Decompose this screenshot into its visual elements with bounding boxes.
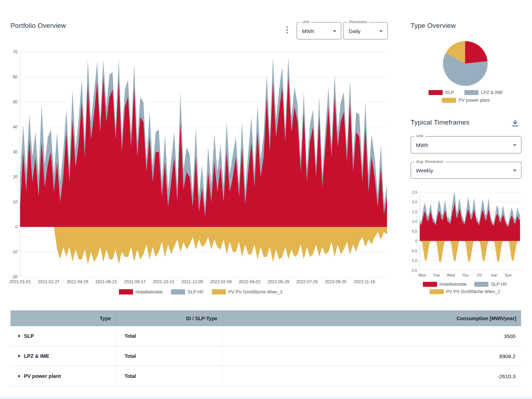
svg-text:Mon: Mon	[418, 273, 426, 277]
portfolio-unit-select-value: MWh	[302, 28, 314, 34]
legend-swatch-slp-h0	[474, 282, 488, 287]
svg-text:2021-10-13: 2021-10-13	[153, 279, 175, 284]
legend-item-pv: PV PV Großfläche Wien_2	[430, 289, 500, 294]
legend-item-hotelbetriebe: Hotelbetriebe	[119, 289, 163, 294]
timeframes-resolution-select-label: Avg. Resolution	[414, 159, 445, 164]
type-overview-pie-chart[interactable]	[443, 41, 488, 86]
svg-text:2022-09-20: 2022-09-20	[325, 279, 347, 284]
chevron-down-icon	[513, 170, 517, 172]
svg-text:-0,5: -0,5	[411, 249, 417, 253]
legend-swatch-slp	[429, 90, 443, 95]
svg-text:2,5: 2,5	[412, 190, 417, 194]
section-title-typical-timeframes: Typical Timeframes	[411, 119, 469, 126]
svg-text:20: 20	[13, 175, 18, 179]
legend-label: SLP H0	[491, 281, 507, 287]
timeframes-resolution-select[interactable]: Avg. Resolution Weekly	[411, 162, 521, 179]
svg-text:1,0: 1,0	[412, 219, 417, 223]
legend-item-pv: PV PV Großfläche Wien_2	[212, 289, 283, 294]
svg-text:2022-02-04: 2022-02-04	[210, 279, 232, 284]
portfolio-unit-select[interactable]: Unit MWh	[297, 22, 341, 39]
svg-text:Sun: Sun	[505, 273, 512, 277]
svg-text:2022-07-25: 2022-07-25	[296, 279, 318, 284]
legend-label: Hotelbetriebe	[439, 281, 467, 287]
legend-swatch-lpz-ime	[464, 90, 479, 95]
table-row-pv-power-plant[interactable]: PV power plant Total -2610.3	[11, 366, 521, 386]
chevron-down-icon	[379, 30, 383, 32]
svg-text:2022-04-02: 2022-04-02	[239, 279, 261, 284]
svg-text:Tue: Tue	[433, 273, 440, 277]
table-row-lpz-ime[interactable]: LPZ & IME Total 8908.2	[11, 346, 521, 366]
legend-swatch-pv	[212, 289, 226, 294]
timeframes-unit-select[interactable]: Unit MWh	[411, 136, 521, 153]
svg-text:0: 0	[415, 239, 417, 243]
typical-timeframes-chart[interactable]: 2,52,01,51,00,50-0,5-1,0-1,5MonTueWedThu…	[405, 189, 523, 283]
row-consumption-value: 3500	[223, 326, 521, 346]
svg-text:2022-05-29: 2022-05-29	[267, 279, 289, 284]
timeframes-resolution-select-value: Weekly	[416, 167, 433, 173]
row-type-label: PV power plant	[24, 373, 61, 379]
legend-swatch-pv-power-plant	[442, 98, 456, 103]
table-header-row: Type ID / SLP-Type Consumption [MWh/year…	[11, 310, 521, 326]
legend-label: PV PV Großfläche Wien_2	[446, 289, 500, 294]
svg-text:-10: -10	[12, 249, 18, 254]
legend-item-slp: SLP	[429, 90, 454, 95]
column-header-type: Type	[11, 310, 116, 326]
legend-label: SLP H0	[188, 289, 203, 294]
legend-label: PV power plant	[458, 97, 489, 103]
svg-text:-20: -20	[12, 274, 18, 279]
column-header-consumption: Consumption [MWh/year]	[223, 310, 521, 326]
svg-text:2021-02-27: 2021-02-27	[38, 279, 60, 284]
portfolio-chart-legend: Hotelbetriebe SLP H0 PV PV Großfläche Wi…	[119, 289, 270, 294]
row-id-label: Total	[116, 326, 223, 346]
column-header-id-slp-type: ID / SLP-Type	[116, 310, 223, 326]
section-title-type-overview: Type Overview	[411, 22, 456, 30]
timeframes-unit-select-label: Unit	[414, 134, 425, 138]
expand-arrow-icon[interactable]	[18, 375, 20, 378]
svg-text:50: 50	[13, 100, 18, 104]
timeframes-chart-legend: Hotelbetriebe SLP H0 PV PV Großfläche Wi…	[408, 281, 521, 294]
legend-swatch-slp-h0	[171, 289, 185, 294]
svg-text:0,5: 0,5	[412, 229, 417, 233]
legend-item-slp-h0: SLP H0	[474, 281, 507, 287]
svg-text:2021-06-21: 2021-06-21	[95, 279, 117, 284]
legend-label: SLP	[445, 90, 454, 95]
kebab-menu-icon[interactable]	[286, 26, 289, 34]
footer-bar	[0, 397, 532, 399]
svg-text:Fri: Fri	[477, 273, 482, 277]
expand-arrow-icon[interactable]	[18, 355, 20, 357]
row-type-label: LPZ & IME	[24, 353, 49, 359]
legend-item-pv-power-plant: PV power plant	[442, 97, 489, 103]
svg-text:1,5: 1,5	[412, 210, 417, 214]
expand-arrow-icon[interactable]	[18, 335, 20, 337]
svg-text:0: 0	[15, 224, 18, 229]
svg-text:30: 30	[13, 150, 18, 154]
chevron-down-icon	[513, 144, 517, 146]
svg-text:10: 10	[13, 200, 18, 204]
svg-text:2022-11-16: 2022-11-16	[354, 279, 375, 284]
svg-text:2,0: 2,0	[412, 200, 417, 204]
svg-text:2021-12-09: 2021-12-09	[182, 279, 203, 284]
row-id-label: Total	[116, 346, 223, 366]
legend-label: PV PV Großfläche Wien_2	[228, 289, 283, 294]
dashboard: Portfolio Overview Type Overview Typical…	[0, 0, 532, 399]
legend-item-hotelbetriebe: Hotelbetriebe	[423, 281, 467, 287]
legend-item-lpz-ime: LPZ & IME	[464, 90, 503, 95]
svg-text:Sat: Sat	[491, 273, 497, 277]
consumption-table: Type ID / SLP-Type Consumption [MWh/year…	[11, 310, 521, 386]
table-row-slp[interactable]: SLP Total 3500	[11, 326, 521, 346]
svg-text:2021-04-25: 2021-04-25	[66, 279, 88, 284]
svg-text:2021-08-17: 2021-08-17	[124, 279, 146, 284]
download-icon[interactable]	[511, 119, 519, 127]
svg-text:40: 40	[13, 125, 18, 129]
legend-item-slp-h0: SLP H0	[171, 289, 203, 294]
portfolio-resolution-select-value: Daily	[349, 28, 360, 34]
legend-label: Hotelbetriebe	[135, 289, 163, 294]
portfolio-stacked-area-chart[interactable]: 706050403020100-10-202021-01-012021-02-2…	[8, 49, 388, 292]
chevron-down-icon	[333, 30, 336, 32]
svg-text:2021-01-01: 2021-01-01	[9, 279, 31, 284]
legend-swatch-hotelbetriebe	[119, 289, 133, 294]
svg-text:70: 70	[13, 50, 18, 55]
portfolio-resolution-select[interactable]: Resolution Daily	[343, 22, 388, 39]
page-title-portfolio-overview: Portfolio Overview	[11, 22, 66, 30]
portfolio-resolution-select-label: Resolution	[347, 20, 369, 24]
